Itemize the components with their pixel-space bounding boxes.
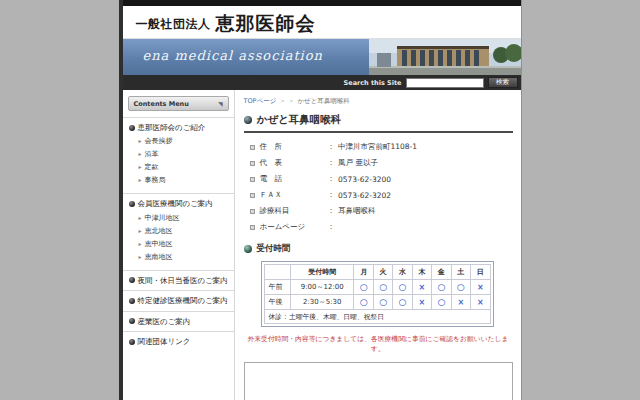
sidebar-subitem[interactable]: ▸沿革 — [139, 149, 231, 159]
search-input[interactable] — [406, 78, 484, 88]
info-row: 代 表：風戸 亜以子 — [250, 158, 513, 168]
sidebar-section-link[interactable]: 夜間・休日当番医のご案内 — [129, 276, 231, 285]
chevron-icon: ◥ — [218, 100, 223, 107]
hours-mark-cell: ○ — [432, 295, 451, 310]
info-colon: ： — [328, 174, 336, 184]
contents-menu-header[interactable]: Contents Menu ◥ — [128, 96, 229, 111]
breadcrumb-home-link[interactable]: TOPページ — [244, 97, 277, 105]
triangle-bullet-icon: ▸ — [139, 151, 142, 157]
page-title-row: かぜと耳鼻咽喉科 — [244, 113, 513, 127]
sidebar-section-label: 特定健診医療機関のご案内 — [138, 296, 228, 305]
sidebar-subitem[interactable]: ▸定款 — [139, 162, 231, 172]
contents-menu-label: Contents Menu — [134, 100, 189, 108]
sidebar-sublist: ▸会長挨拶▸沿革▸定款▸事務局 — [139, 136, 231, 185]
sidebar-subitem[interactable]: ▸会長挨拶 — [139, 136, 231, 146]
sidebar-section-link[interactable]: 産業医のご案内 — [129, 317, 231, 326]
hours-row: 午後2:30～5:30○○○×○×× — [264, 295, 490, 310]
info-row: ホームページ： — [250, 222, 513, 232]
info-colon: ： — [328, 142, 336, 152]
hours-day-header: 日 — [471, 265, 491, 280]
info-colon: ： — [328, 206, 336, 216]
info-value: 風戸 亜以子 — [338, 158, 378, 168]
hours-mark-cell: ○ — [451, 280, 470, 295]
info-label: 診療科目 — [260, 206, 328, 216]
hours-mark-cell: ○ — [432, 280, 451, 295]
hours-mark-cell: ○ — [373, 280, 392, 295]
hours-footer-row: 休診：土曜午後、木曜、日曜、祝祭日 — [264, 310, 490, 324]
sidebar-subitem[interactable]: ▸恵南地区 — [139, 252, 231, 262]
hours-table: 受付時間月火水木金土日午前9:00～12:00○○○×○○×午後2:30～5:3… — [264, 264, 491, 324]
main-content: TOPページ＞ ＞かぜと耳鼻咽喉科 かぜと耳鼻咽喉科 住 所：中津川市宮前町11… — [235, 90, 521, 400]
info-value: 0573-62-3200 — [338, 175, 391, 184]
sidebar-section-link[interactable]: 恵那医師会のご紹介 — [129, 123, 231, 132]
hours-time-cell: 2:30～5:30 — [291, 295, 354, 310]
square-bullet-icon — [250, 145, 255, 150]
hours-mark-cell: × — [451, 295, 470, 310]
sidebar-section: 恵那医師会のご紹介▸会長挨拶▸沿革▸定款▸事務局 — [123, 117, 234, 193]
sidebar-section-link[interactable]: 会員医療機関のご案内 — [129, 199, 231, 208]
hours-mark-cell: × — [412, 295, 431, 310]
breadcrumb-current: かぜと耳鼻咽喉科 — [297, 97, 349, 105]
hours-row: 午前9:00～12:00○○○×○○× — [264, 280, 490, 295]
info-label: 代 表 — [260, 158, 328, 168]
main-row: Contents Menu ◥ 恵那医師会のご紹介▸会長挨拶▸沿革▸定款▸事務局… — [123, 90, 521, 400]
sidebar-section-label: 夜間・休日当番医のご案内 — [138, 276, 228, 285]
sidebar-section-link[interactable]: 関連団体リンク — [129, 337, 231, 346]
sidebar-section: 産業医のご案内 — [123, 311, 234, 331]
hours-day-header: 月 — [354, 265, 373, 280]
clinic-info-list: 住 所：中津川市宮前町1108-1代 表：風戸 亜以子電 話：0573-62-3… — [250, 142, 513, 232]
hours-time-cell: 9:00～12:00 — [291, 280, 354, 295]
triangle-bullet-icon: ▸ — [139, 138, 142, 144]
search-button[interactable]: 検索 — [488, 77, 518, 88]
sidebar-subitem-label: 定款 — [145, 162, 159, 172]
sidebar-section-label: 産業医のご案内 — [138, 317, 191, 326]
triangle-bullet-icon: ▸ — [139, 254, 142, 260]
hours-time-header: 受付時間 — [291, 265, 354, 280]
triangle-bullet-icon: ▸ — [139, 228, 142, 234]
sidebar-subitem-label: 事務局 — [145, 175, 166, 185]
dot-bullet-icon — [129, 125, 135, 131]
info-colon: ： — [328, 190, 336, 200]
info-label: 住 所 — [260, 142, 328, 152]
info-row: 電 話：0573-62-3200 — [250, 174, 513, 184]
breadcrumb: TOPページ＞ ＞かぜと耳鼻咽喉科 — [244, 97, 513, 106]
hours-mark-cell: ○ — [354, 295, 373, 310]
triangle-bullet-icon: ▸ — [139, 164, 142, 170]
info-colon: ： — [328, 222, 336, 232]
info-row: ＦＡＸ：0573-62-3202 — [250, 190, 513, 200]
sidebar-menu: 恵那医師会のご紹介▸会長挨拶▸沿革▸定款▸事務局会員医療機関のご案内▸中津川地区… — [123, 117, 234, 351]
page-title: かぜと耳鼻咽喉科 — [257, 113, 342, 127]
square-bullet-icon — [250, 225, 255, 230]
sidebar-subitem-label: 中津川地区 — [145, 213, 180, 223]
info-value: 0573-62-3202 — [338, 191, 391, 200]
info-label: ＦＡＸ — [260, 190, 328, 200]
sidebar-subitem[interactable]: ▸恵中地区 — [139, 239, 231, 249]
dot-bullet-icon — [129, 277, 135, 283]
sidebar-subitem[interactable]: ▸事務局 — [139, 175, 231, 185]
header-banner: ena medical association — [123, 39, 521, 75]
map-placeholder — [244, 362, 513, 400]
hours-mark-cell: × — [412, 280, 431, 295]
info-label: ホームページ — [260, 222, 328, 232]
sidebar-subitem-label: 会長挨拶 — [145, 136, 173, 146]
banner-script-text: ena medical association — [143, 48, 323, 63]
outpatient-notice: 外来受付時間・内容等につきましては、各医療機関に事前にご確認をお願いいたします。 — [244, 334, 513, 354]
sidebar-subitem[interactable]: ▸恵北地区 — [139, 226, 231, 236]
hours-day-header: 水 — [393, 265, 412, 280]
bullet-sphere-icon — [244, 116, 252, 124]
hours-corner-cell — [264, 265, 291, 280]
hours-footer-cell: 休診：土曜午後、木曜、日曜、祝祭日 — [264, 310, 490, 324]
breadcrumb-separator: ＞ ＞ — [279, 97, 294, 105]
sidebar-subitem-label: 恵南地区 — [145, 252, 173, 262]
sidebar-section-link[interactable]: 特定健診医療機関のご案内 — [129, 296, 231, 305]
hours-mark-cell: × — [471, 295, 491, 310]
sidebar-subitem-label: 恵中地区 — [145, 239, 173, 249]
hours-mark-cell: × — [471, 280, 491, 295]
sidebar-section: 特定健診医療機関のご案内 — [123, 290, 234, 310]
org-type-label: 一般社団法人 — [136, 16, 211, 33]
info-row: 診療科目：耳鼻咽喉科 — [250, 206, 513, 216]
sidebar-subitem[interactable]: ▸中津川地区 — [139, 213, 231, 223]
hours-row-label: 午後 — [264, 295, 291, 310]
info-row: 住 所：中津川市宮前町1108-1 — [250, 142, 513, 152]
hours-day-header: 土 — [451, 265, 470, 280]
